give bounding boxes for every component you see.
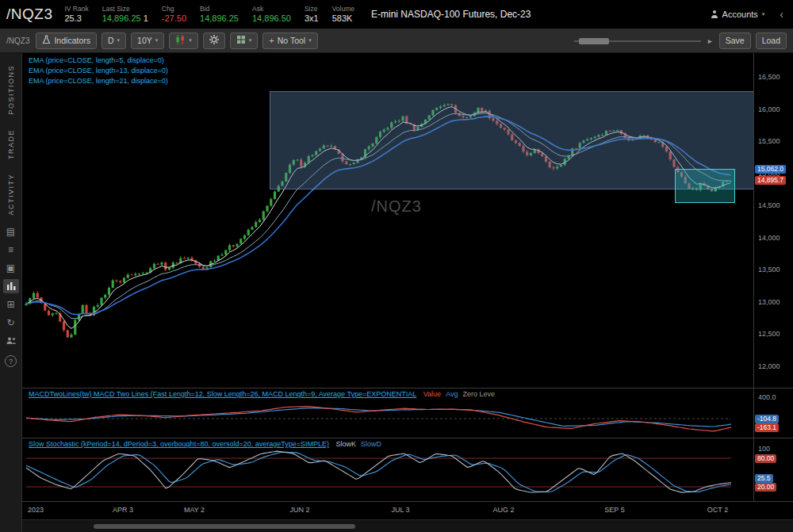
price-axis-label: 12,000 xyxy=(758,362,780,370)
chart-toolbar: /NQZ3 Indicators D ▾ 10Y ▾ ▾ ▾ + No Tool… xyxy=(0,29,793,53)
symbol-title: /NQZ3 xyxy=(6,6,52,23)
macd-axis[interactable]: 400.00.00-104.8-163.1 xyxy=(753,388,793,438)
axis-bubble: 25.5 xyxy=(755,474,773,483)
quote-stat-ask: Ask14,896.50 xyxy=(252,6,291,23)
load-label: Load xyxy=(762,36,780,45)
settings-gear-button[interactable] xyxy=(203,33,225,49)
chevron-down-icon: ▾ xyxy=(308,37,312,44)
chart-column: /NQZ3 EMA (price=CLOSE, length=5, displa… xyxy=(22,53,793,532)
load-button[interactable]: Load xyxy=(756,33,787,49)
quote-stat-size: Size3x1 xyxy=(305,6,319,23)
indicators-label: Indicators xyxy=(54,36,90,45)
apps-icon[interactable]: ⊞ xyxy=(3,297,19,312)
time-axis-label: OCT 2 xyxy=(707,506,728,514)
chart-icon[interactable] xyxy=(3,279,19,293)
chart-style-dropdown[interactable]: ▾ xyxy=(169,33,198,49)
axis-bubble: 14,895.7 xyxy=(755,176,786,185)
grid-icon xyxy=(236,35,246,46)
quote-header: /NQZ3 IV Rank25.3Last Size14,896.25 1Chg… xyxy=(0,0,793,29)
accounts-label: Accounts xyxy=(722,10,758,19)
zoom-slider-handle[interactable] xyxy=(579,38,609,44)
time-axis-label: 2023 xyxy=(28,506,44,514)
person-icon xyxy=(711,10,718,18)
chevron-down-icon: ▾ xyxy=(155,37,159,44)
timeframe-dropdown[interactable]: D ▾ xyxy=(102,33,126,49)
stochastic-axis[interactable]: 10080.0025.520.00 xyxy=(753,438,793,501)
stochastic-study-label[interactable]: Slow Stochastic (kPeriod=14, dPeriod=3, … xyxy=(29,440,329,448)
stoch-plot-label-slowd[interactable]: SlowD xyxy=(361,440,381,448)
save-button[interactable]: Save xyxy=(719,33,751,49)
grid-layout-dropdown[interactable]: ▾ xyxy=(230,33,259,49)
sidebar-tab-trade[interactable]: TRADE xyxy=(7,129,15,159)
help-icon[interactable]: ? xyxy=(5,355,17,367)
chevron-down-icon: ▾ xyxy=(249,37,252,44)
macd-study-label[interactable]: MACDTwoLines(tw) MACD Two Lines (Fast Le… xyxy=(29,390,416,398)
zoom-slider[interactable] xyxy=(574,33,701,48)
candlestick-icon xyxy=(175,35,186,46)
chevron-down-icon: ▾ xyxy=(117,37,121,44)
price-axis-label: 12,500 xyxy=(758,330,780,338)
watchlist-icon[interactable]: ≡ xyxy=(3,243,19,257)
time-axis-label: JUL 3 xyxy=(391,506,409,514)
macd-label-row: MACDTwoLines(tw) MACD Two Lines (Fast Le… xyxy=(29,390,500,398)
news-icon[interactable]: ▤ xyxy=(3,224,19,239)
chart-scrollbar[interactable] xyxy=(22,519,793,532)
history-icon[interactable]: ↻ xyxy=(3,316,19,330)
gear-icon xyxy=(209,35,219,46)
macd-plot-label-zero-leve[interactable]: Zero Leve xyxy=(462,390,495,398)
drawing-tool-dropdown[interactable]: + No Tool ▾ xyxy=(262,33,317,49)
range-value: 10Y xyxy=(137,36,152,45)
quote-stat-chg: Chg-27.50 xyxy=(162,6,186,23)
indicators-button[interactable]: Indicators xyxy=(36,33,97,49)
sidebar-tab-activity[interactable]: ACTIVITY xyxy=(7,174,15,216)
quote-stat-last-size: Last Size14,896.25 1 xyxy=(102,6,148,23)
collapse-panel-button[interactable]: ‹ xyxy=(776,8,787,21)
community-icon[interactable] xyxy=(3,334,19,348)
pan-right-button[interactable]: ▸ xyxy=(706,36,714,45)
timeframe-value: D xyxy=(108,36,114,45)
time-axis-label: SEP 5 xyxy=(604,506,624,514)
tool-value: No Tool xyxy=(278,36,305,45)
stochastic-axis-label: 100 xyxy=(758,445,770,453)
stoch-plot-label-slowk[interactable]: SlowK xyxy=(336,440,357,448)
time-axis-label: MAY 2 xyxy=(184,506,205,514)
price-axis-label: 13,500 xyxy=(758,266,780,274)
price-axis-label: 16,500 xyxy=(758,73,780,81)
range-dropdown[interactable]: 10Y ▾ xyxy=(131,33,164,49)
flask-icon xyxy=(42,35,51,46)
ema-legend: EMA (price=CLOSE, length=5, displace=0)E… xyxy=(29,56,168,87)
time-axis-label: APR 3 xyxy=(113,506,133,514)
axis-bubble: 15,062.0 xyxy=(755,165,786,174)
price-axis-label: 16,000 xyxy=(758,105,780,113)
macd-panel[interactable]: MACDTwoLines(tw) MACD Two Lines (Fast Le… xyxy=(22,388,793,438)
macd-axis-label: 400.0 xyxy=(758,393,776,401)
stochastic-label-row: Slow Stochastic (kPeriod=14, dPeriod=3, … xyxy=(29,440,386,448)
macd-plot-label-avg[interactable]: Avg xyxy=(446,390,458,398)
time-axis[interactable]: 2023APR 3MAY 2JUN 2JUL 3AUG 2SEP 5OCT 2 xyxy=(22,501,793,519)
sidebar-tab-positions[interactable]: POSITIONS xyxy=(7,65,15,115)
axis-bubble: 80.00 xyxy=(755,454,776,463)
price-axis-label: 14,000 xyxy=(758,234,780,242)
ema-legend-line-0[interactable]: EMA (price=CLOSE, length=5, displace=0) xyxy=(29,56,168,64)
crosshair-icon: + xyxy=(269,36,274,45)
quote-stat-iv-rank: IV Rank25.3 xyxy=(64,6,88,23)
stochastic-panel[interactable]: Slow Stochastic (kPeriod=14, dPeriod=3, … xyxy=(22,438,793,501)
price-axis-label: 14,500 xyxy=(758,201,780,209)
calendar-icon[interactable]: ▣ xyxy=(3,261,19,275)
price-axis[interactable]: 16,50016,00015,50015,00014,50014,00013,5… xyxy=(753,53,793,388)
instrument-title: E-mini NASDAQ-100 Futures, Dec-23 xyxy=(371,9,531,20)
accounts-menu[interactable]: Accounts ▾ xyxy=(711,10,765,19)
macd-plot-label-value[interactable]: Value xyxy=(423,390,441,398)
ema-legend-line-1[interactable]: EMA (price=CLOSE, length=13, displace=0) xyxy=(29,67,168,75)
axis-bubble: -104.8 xyxy=(755,415,779,423)
scrollbar-handle[interactable] xyxy=(94,524,355,529)
price-axis-label: 13,000 xyxy=(758,298,780,306)
thinkorswim-app: /NQZ3 IV Rank25.3Last Size14,896.25 1Chg… xyxy=(0,0,793,532)
main-body: POSITIONSTRADEACTIVITY▤≡▣⊞↻? /NQZ3 EMA (… xyxy=(0,53,793,532)
chevron-down-icon: ▾ xyxy=(189,37,192,44)
chevron-down-icon: ▾ xyxy=(762,11,765,17)
price-chart-panel[interactable]: /NQZ3 EMA (price=CLOSE, length=5, displa… xyxy=(22,53,793,388)
quote-stat-volume: Volume583K xyxy=(332,6,354,23)
teal-region[interactable] xyxy=(675,169,735,203)
ema-legend-line-2[interactable]: EMA (price=CLOSE, length=21, displace=0) xyxy=(29,77,168,85)
